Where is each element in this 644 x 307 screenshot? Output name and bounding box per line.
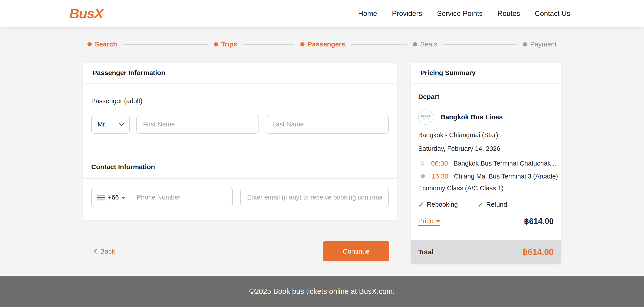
chevron-left-icon (94, 249, 99, 254)
thailand-flag-icon (96, 195, 105, 200)
total-label: Total (418, 248, 434, 256)
perk-label: Refund (486, 201, 507, 208)
phone-number-input[interactable] (130, 188, 232, 207)
country-code-select[interactable]: +66 (92, 194, 130, 201)
passenger-information-card: Passenger Information Passenger (adult) … (83, 62, 397, 220)
step-connector (443, 44, 517, 45)
nav-item-home[interactable]: Home (358, 9, 377, 18)
departure-station: Bangkok Bus Terminal Chatuchak ... (454, 160, 558, 167)
step-dot-icon (523, 42, 527, 46)
caret-down-icon (122, 197, 126, 199)
provider-row: Bangkok Bus Line Bangkok Bus Lines (418, 109, 554, 125)
passenger-information-title: Passenger Information (83, 62, 397, 84)
price-row: Price ฿614.00 (418, 217, 554, 226)
provider-name: Bangkok Bus Lines (440, 113, 503, 121)
passenger-adult-label: Passenger (adult) (91, 97, 389, 105)
trip-timeline: 06:00 Bangkok Bus Terminal Chatuchak ...… (418, 160, 554, 180)
passenger-form-body: Passenger (adult) Mr. Contact Informatio… (83, 97, 397, 220)
depart-label: Depart (418, 93, 554, 101)
departure-row: 06:00 Bangkok Bus Terminal Chatuchak ... (418, 160, 554, 167)
total-amount: ฿614.00 (522, 247, 554, 257)
step-search[interactable]: Search (88, 40, 117, 48)
name-fields-row: Mr. (91, 115, 389, 134)
step-label: Trips (221, 40, 237, 48)
price-link-label: Price (418, 217, 433, 225)
step-passengers[interactable]: Passengers (300, 40, 345, 48)
step-dot-icon (88, 42, 92, 46)
pricing-summary-body: Depart Bangkok Bus Line Bangkok Bus Line… (411, 93, 561, 226)
step-payment: Payment (523, 40, 556, 48)
departure-time: 06:00 (431, 160, 454, 167)
booking-progress-stepper: Search Trips Passengers Seats Payment (0, 40, 644, 49)
provider-logo-text: Bangkok (421, 115, 430, 117)
travel-date: Saturday, February 14, 2026 (418, 145, 554, 152)
travel-class: Economy Class (A/C Class 1) (418, 185, 554, 192)
last-name-input[interactable] (266, 115, 389, 134)
contact-information-title: Contact Information (91, 163, 389, 171)
step-connector (243, 44, 294, 45)
back-label: Back (100, 248, 115, 255)
pricing-summary-title: Pricing Summary (411, 62, 561, 84)
timeline-connector (422, 165, 423, 178)
nav-item-service-points[interactable]: Service Points (437, 9, 483, 18)
step-label: Seats (420, 40, 438, 48)
phone-field-group: +66 (91, 188, 233, 207)
step-dot-icon (413, 42, 417, 46)
step-trips[interactable]: Trips (214, 40, 237, 48)
step-label: Passengers (308, 40, 345, 48)
perk-refund: ✓ Refund (478, 201, 507, 208)
main-nav: Home Providers Service Points Routes Con… (358, 9, 570, 18)
check-icon: ✓ (478, 201, 484, 208)
departure-stop-icon (421, 162, 424, 165)
top-navigation-bar: BusX Home Providers Service Points Route… (0, 0, 644, 27)
form-actions-row: Back Continue (83, 241, 397, 262)
passenger-form-column: Passenger Information Passenger (adult) … (83, 62, 397, 262)
continue-button[interactable]: Continue (323, 241, 389, 262)
arrival-row: 16:30 Chiang Mai Bus Terminal 3 (Arcade) (418, 173, 554, 180)
copyright-text: ©2025 Book bus tickets online at BusX.co… (249, 287, 395, 296)
perk-rebooking: ✓ Rebooking (418, 201, 458, 208)
arrival-time: 16:30 (432, 173, 454, 180)
price-breakdown-toggle[interactable]: Price (418, 217, 440, 226)
pricing-summary-column: Pricing Summary Depart Bangkok Bus Line … (411, 62, 561, 264)
main-content: Passenger Information Passenger (adult) … (0, 62, 644, 276)
step-label: Search (95, 40, 117, 48)
title-select-value: Mr. (98, 121, 106, 128)
step-dot-icon (300, 42, 304, 46)
step-seats: Seats (413, 40, 438, 48)
email-input[interactable] (240, 188, 389, 207)
contact-fields-row: +66 (91, 188, 389, 207)
provider-logo-subtext: Bus Line (422, 118, 429, 119)
caret-down-icon (436, 220, 440, 223)
arrival-station: Chiang Mai Bus Terminal 3 (Arcade) (454, 173, 558, 180)
step-connector (123, 44, 208, 45)
route-name: Bangkok - Chiangmai (Star) (418, 131, 554, 139)
step-dot-icon (214, 42, 218, 46)
bangkok-bus-lines-logo-icon: Bangkok Bus Line (418, 109, 433, 125)
price-amount: ฿614.00 (524, 217, 554, 226)
perk-label: Rebooking (427, 201, 458, 208)
title-select[interactable]: Mr. (91, 115, 130, 134)
nav-item-providers[interactable]: Providers (392, 9, 422, 18)
chevron-down-icon (119, 121, 124, 126)
section-divider (83, 178, 397, 179)
step-label: Payment (530, 40, 556, 48)
country-code-value: +66 (108, 194, 119, 201)
nav-item-routes[interactable]: Routes (497, 9, 520, 18)
perks-row: ✓ Rebooking ✓ Refund (418, 201, 554, 208)
page-footer: ©2025 Book bus tickets online at BusX.co… (0, 276, 644, 307)
busx-logo[interactable]: BusX (69, 5, 103, 21)
first-name-input[interactable] (136, 115, 259, 134)
check-icon: ✓ (418, 201, 424, 208)
nav-item-contact-us[interactable]: Contact Us (535, 9, 570, 18)
step-connector (351, 44, 407, 45)
total-row: Total ฿614.00 (411, 240, 561, 264)
pricing-summary-card: Pricing Summary Depart Bangkok Bus Line … (411, 62, 561, 264)
back-button[interactable]: Back (94, 248, 115, 255)
